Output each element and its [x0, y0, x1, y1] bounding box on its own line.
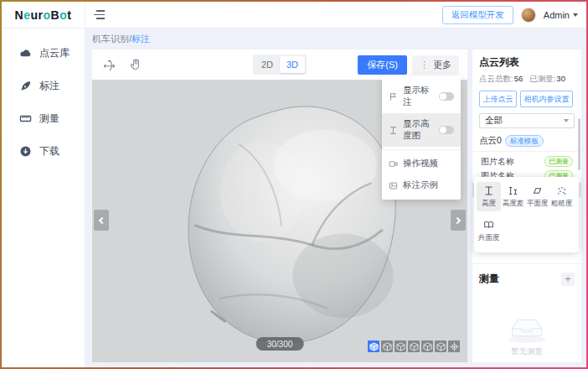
more-button[interactable]: ⋮更多	[412, 55, 459, 75]
divider	[472, 151, 581, 152]
tooth-3d-model[interactable]	[142, 96, 418, 347]
video-icon	[389, 159, 398, 169]
logo-text: NeuroBot	[15, 8, 72, 22]
tool-coplanarity[interactable]: 共面度	[477, 216, 501, 246]
image-list-item[interactable]: 图片名称 已测量	[479, 154, 575, 169]
user-avatar[interactable]	[521, 8, 536, 23]
user-menu[interactable]: Admin	[544, 10, 578, 20]
sidebar-item-label: 点云库	[39, 46, 70, 60]
tool-flatness[interactable]: 平面度	[525, 182, 549, 211]
filter-select[interactable]: 全部	[479, 113, 575, 128]
pointcloud-name: 点云0	[479, 135, 502, 147]
sidebar-item-label: 下载	[39, 144, 59, 159]
app-window: NeuroBot 返回模型开发 Admin 点云库 标注 测量	[0, 0, 588, 369]
mode-2d-button[interactable]: 2D	[255, 56, 280, 73]
ruler-icon	[19, 112, 32, 125]
chevron-down-icon	[564, 119, 569, 122]
pan-hand-tool-icon[interactable]	[127, 56, 144, 73]
rotate-tool-icon[interactable]	[101, 56, 117, 73]
total-value: 56	[514, 74, 524, 83]
mode-3d-button[interactable]: 3D	[280, 56, 305, 73]
chevron-left-icon	[99, 216, 106, 223]
logo-letter: N	[15, 8, 24, 22]
sidebar-item-measure[interactable]: 测量	[2, 102, 85, 135]
collapse-menu-icon[interactable]	[94, 8, 107, 22]
camera-params-button[interactable]: 相机内参设置	[520, 91, 573, 107]
height-diff-icon	[508, 185, 518, 196]
pointcloud-stats: 点云总数:56 已测量:30	[479, 74, 575, 85]
sidebar-item-pointcloud-library[interactable]: 点云库	[2, 37, 85, 70]
logo-letter: t	[67, 8, 71, 22]
height-ibeam-icon	[389, 126, 398, 135]
tool-label: 共面度	[478, 233, 500, 243]
view-iso-button[interactable]	[368, 340, 379, 352]
image-icon	[389, 181, 398, 190]
pointcloud-group-row[interactable]: 点云0 标准模板	[479, 133, 575, 151]
show-heightmap-toggle[interactable]	[439, 126, 454, 134]
tool-label: 粗糙度	[551, 199, 573, 209]
flag-icon	[389, 92, 398, 101]
tool-label: 高度	[482, 199, 496, 209]
view-front-button[interactable]	[381, 340, 393, 352]
cloud-icon	[19, 47, 32, 60]
top-header: NeuroBot 返回模型开发 Admin	[2, 2, 586, 29]
measure-empty-state: 暂无测量	[479, 288, 575, 359]
add-measurement-button[interactable]: +	[561, 273, 575, 286]
viewer-toolbar: 2D 3D 保存(S) ⋮更多 显示标注	[92, 49, 467, 80]
tool-label: 平面度	[527, 199, 549, 209]
menu-item-annotation-example[interactable]: 标注示例	[382, 174, 461, 196]
left-sidebar: 点云库 标注 测量 下载	[2, 29, 85, 367]
breadcrumb-parent[interactable]: 机车识别	[92, 34, 129, 44]
menu-item-label: 显示高度图	[403, 118, 434, 142]
measure-tools-popup: 高度 高度差 平面度 粗糙度	[474, 177, 579, 252]
user-name: Admin	[544, 10, 570, 20]
menu-item-label: 标注示例	[403, 179, 438, 191]
view-mode-switch: 2D 3D	[253, 55, 307, 75]
tool-height-diff[interactable]: 高度差	[501, 182, 525, 211]
show-annotation-toggle[interactable]	[439, 92, 454, 101]
reset-view-button[interactable]	[448, 340, 460, 352]
more-dots-icon: ⋮	[420, 60, 429, 70]
view-right-button[interactable]	[421, 340, 433, 352]
menu-item-show-annotation[interactable]: 显示标注	[382, 80, 461, 113]
sidebar-item-download[interactable]: 下载	[2, 135, 85, 168]
flatness-icon	[532, 185, 543, 196]
height-icon	[483, 185, 494, 196]
empty-box-icon	[503, 312, 550, 344]
view-left-button[interactable]	[408, 340, 420, 352]
pointcloud-panel: 点云列表 点云总数:56 已测量:30 上传点云 相机内参设置 全部 点云0	[472, 49, 581, 362]
sidebar-item-label: 标注	[39, 79, 59, 93]
chevron-right-icon	[454, 216, 461, 223]
tool-label: 高度差	[503, 199, 524, 209]
menu-item-tutorial-video[interactable]: 操作视频	[382, 153, 461, 174]
total-label: 点云总数:	[479, 74, 513, 83]
save-button[interactable]: 保存(S)	[358, 55, 407, 75]
upload-pointcloud-button[interactable]: 上传点云	[479, 91, 517, 107]
measured-value: 30	[556, 74, 565, 83]
template-tag: 标准模板	[505, 135, 544, 147]
logo-letter: u	[30, 8, 38, 22]
filter-value: 全部	[485, 115, 503, 127]
download-icon	[19, 145, 32, 158]
menu-item-label: 操作视频	[403, 158, 438, 169]
back-to-model-dev-button[interactable]: 返回模型开发	[442, 6, 513, 24]
more-label: 更多	[433, 59, 451, 71]
tool-height[interactable]: 高度	[477, 182, 501, 211]
crosshair-icon	[450, 342, 459, 351]
panel-scrollbar[interactable]	[578, 118, 580, 170]
logo: NeuroBot	[2, 2, 85, 28]
roughness-icon	[556, 185, 567, 196]
view-top-button[interactable]	[435, 340, 446, 352]
prev-image-button[interactable]	[94, 210, 109, 231]
panel-title: 点云列表	[479, 55, 575, 70]
menu-item-show-heightmap[interactable]: 显示高度图	[382, 113, 461, 147]
divider	[472, 263, 581, 264]
breadcrumb: 机车识别/标注	[92, 31, 581, 49]
next-image-button[interactable]	[451, 210, 466, 231]
sidebar-item-annotation[interactable]: 标注	[2, 70, 85, 102]
tool-roughness[interactable]: 粗糙度	[549, 182, 574, 211]
logo-letter: B	[51, 8, 60, 22]
menu-item-label: 显示标注	[403, 85, 434, 108]
view-back-button[interactable]	[395, 340, 406, 352]
pen-icon	[19, 80, 32, 92]
